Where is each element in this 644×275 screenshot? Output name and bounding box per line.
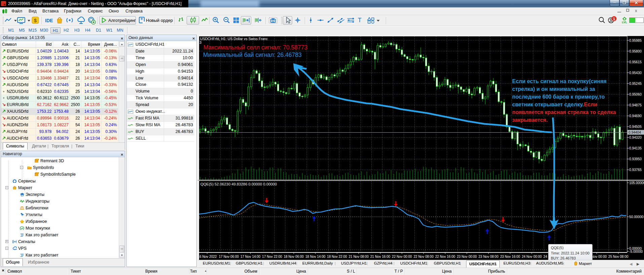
svg-text:23 Nov 08:00: 23 Nov 08:00: [479, 255, 499, 259]
svg-text:0.95800: 0.95800: [629, 49, 642, 53]
svg-text:Минимальный бай сигнал: 26.467: Минимальный бай сигнал: 26.46783: [203, 51, 302, 58]
svg-text:16 Nov 2022: 16 Nov 2022: [198, 255, 217, 259]
svg-text:Если есть сигнал на покупку(си: Если есть сигнал на покупку(синяя: [512, 78, 607, 84]
svg-text:18 Nov 22:00: 18 Nov 22:00: [327, 255, 347, 259]
svg-text:0.93950: 0.93950: [629, 157, 642, 161]
svg-text:0.94135: 0.94135: [629, 146, 642, 150]
svg-text:105.00000: 105.00000: [629, 181, 644, 185]
svg-text:появляется красная стрелка то: появляется красная стрелка то сделка: [512, 109, 616, 115]
svg-text:Максимальный селл сигнал: 70.5: Максимальный селл сигнал: 70.58773: [203, 44, 307, 51]
svg-text:23 Nov 00:00: 23 Nov 00:00: [457, 255, 477, 259]
svg-text:23 Nov 16:00: 23 Nov 16:00: [500, 255, 520, 259]
svg-text:0.93765: 0.93765: [629, 168, 642, 172]
svg-text:0.94404: 0.94404: [629, 131, 641, 134]
svg-text:QQE(5) 52.06230 49.83286 0.: QQE(5) 52.06230 49.83286 0.00000 0.00000: [200, 182, 277, 186]
svg-text:22 Nov 08:00: 22 Nov 08:00: [414, 255, 434, 259]
svg-text:0.94690: 0.94690: [629, 114, 642, 118]
svg-text:$: $: [34, 18, 37, 23]
svg-text:-5.00000: -5.00000: [629, 250, 643, 253]
svg-text:0.95060: 0.95060: [629, 93, 642, 96]
svg-text:50.00000: 50.00000: [629, 215, 644, 219]
svg-text:LVL: LVL: [622, 21, 627, 24]
svg-text:22 Nov 16:00: 22 Nov 16:00: [435, 255, 455, 259]
svg-text:17 Nov 22:00: 17 Nov 22:00: [262, 255, 282, 259]
svg-text:3: 3: [199, 40, 201, 44]
svg-text:USDCHFrfd, H1: US Dollar vs S: USDCHFrfd, H1: US Dollar vs Swiss Franc: [200, 37, 268, 41]
svg-text:0.94320: 0.94320: [629, 136, 642, 139]
svg-text:светник открывает сделку.Если: светник открывает сделку.Если: [512, 102, 597, 107]
svg-text:21 Nov 16:00: 21 Nov 16:00: [370, 255, 390, 259]
svg-text:24 Nov 00:00: 24 Nov 00:00: [522, 255, 542, 259]
svg-text:1: 1: [613, 17, 615, 21]
svg-text:закрывается.: закрывается.: [512, 117, 548, 123]
svg-text:стрелка) и он минимальный за: стрелка) и он минимальный за: [512, 86, 595, 92]
svg-text:последние 600 баров к примеру: последние 600 баров к примеру,то: [512, 94, 605, 100]
svg-text:0.95430: 0.95430: [629, 71, 642, 75]
svg-text:0.94505: 0.94505: [629, 125, 642, 129]
svg-text:18 Nov 14:00: 18 Nov 14:00: [305, 255, 326, 259]
svg-text:21 Nov 08:00: 21 Nov 08:00: [349, 255, 369, 259]
svg-text:25 Nov 08:00: 25 Nov 08:00: [608, 255, 629, 259]
svg-text:0.95615: 0.95615: [629, 60, 642, 64]
svg-text:22 Nov 00:00: 22 Nov 00:00: [392, 255, 412, 259]
svg-text:17 Nov 06:00: 17 Nov 06:00: [219, 255, 239, 259]
svg-text:0.95985: 0.95985: [629, 39, 642, 42]
svg-text:0.94875: 0.94875: [629, 103, 642, 107]
svg-text:0.95245: 0.95245: [629, 82, 642, 85]
svg-text:18 Nov 06:00: 18 Nov 06:00: [284, 255, 304, 259]
svg-text:17 Nov 14:00: 17 Nov 14:00: [240, 255, 261, 259]
